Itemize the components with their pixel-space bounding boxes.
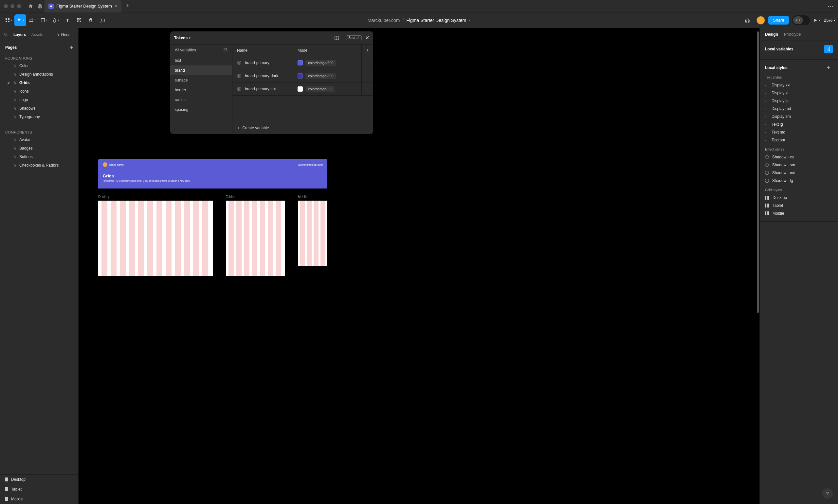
grid-icon — [765, 203, 769, 208]
var-row[interactable]: brand-primary color/indigo/600 — [232, 56, 373, 69]
overflow-menu-icon[interactable]: ⋯ — [827, 3, 834, 10]
text-style-item[interactable]: ▸Display md — [765, 105, 833, 112]
add-style-icon[interactable]: + — [824, 64, 833, 72]
present-button[interactable]: ▾ — [813, 18, 821, 22]
var-cat-surface[interactable]: surface — [170, 75, 232, 85]
text-style-item[interactable]: ▸Display lg — [765, 97, 833, 105]
file-tab[interactable]: Figma Starter Design System × — [44, 0, 122, 13]
text-style-item[interactable]: ▸Text md — [765, 128, 833, 136]
beta-badge[interactable]: Beta — [346, 35, 362, 40]
page-item-icons[interactable]: ↳Icons — [0, 87, 78, 95]
canvas-scrollbar[interactable] — [757, 32, 759, 501]
artboard-grids[interactable]: Brand name www.marckuiper.com Grids Hit … — [98, 159, 327, 276]
search-icon[interactable] — [4, 32, 8, 37]
page-item-logo[interactable]: ↳Logo — [0, 95, 78, 104]
grid-style-item[interactable]: Mobile — [765, 210, 833, 217]
breadcrumb-file[interactable]: Figma Starter Design System — [406, 18, 466, 23]
globe-icon[interactable] — [35, 2, 44, 11]
svg-point-18 — [829, 48, 830, 48]
frame-desktop[interactable]: Desktop — [98, 195, 213, 276]
sidebar-toggle-icon[interactable] — [334, 35, 339, 40]
page-item-avatar[interactable]: ↳Avatar — [0, 136, 78, 144]
layer-mobile[interactable]: Mobile — [0, 494, 78, 504]
var-row[interactable]: brand-primary-dark color/indigo/800 — [232, 69, 373, 83]
prototype-tab[interactable]: Prototype — [784, 32, 801, 37]
help-button[interactable]: ? — [822, 488, 833, 499]
page-item-typography[interactable]: ↳Typography — [0, 112, 78, 121]
layer-tablet[interactable]: Tablet — [0, 484, 78, 494]
canvas[interactable]: Tokens ▾ Beta ✕ — [78, 28, 760, 504]
local-styles-title: Local styles — [765, 66, 788, 70]
text-style-item[interactable]: ▸Display sm — [765, 112, 833, 121]
grid-style-item[interactable]: Tablet — [765, 202, 833, 210]
resources-tool[interactable] — [73, 14, 85, 26]
add-mode-icon[interactable]: + — [361, 44, 373, 56]
var-cat-brand[interactable]: brand — [170, 66, 232, 75]
page-item-buttons[interactable]: ↳Buttons — [0, 152, 78, 161]
text-style-item[interactable]: ▸Text sm — [765, 136, 833, 144]
pen-tool[interactable]: ▾ — [50, 14, 61, 26]
grid-style-item[interactable]: Desktop — [765, 194, 833, 202]
shape-tool[interactable]: ▾ — [38, 14, 50, 26]
text-styles-head: Text styles — [765, 75, 833, 79]
comment-tool[interactable] — [97, 14, 109, 26]
assets-tab[interactable]: Assets — [32, 32, 43, 37]
text-style-item[interactable]: ▸Display xl — [765, 89, 833, 97]
variables-settings-icon[interactable] — [824, 45, 833, 53]
var-cat-spacing[interactable]: spacing — [170, 105, 232, 114]
page-crumb[interactable]: ↳ Grids ⌃ — [57, 32, 74, 37]
var-row[interactable]: brand-primary-tint color/indigo/50 — [232, 83, 373, 95]
breadcrumb: Marckuiper.com / Figma Starter Design Sy… — [368, 18, 471, 23]
add-page-icon[interactable]: + — [70, 44, 73, 50]
page-item-shadows[interactable]: ↳Shadows — [0, 104, 78, 112]
variables-panel-title[interactable]: Tokens ▾ — [174, 36, 191, 40]
close-tab-icon[interactable]: × — [114, 3, 118, 9]
text-style-item[interactable]: ▸Display xxl — [765, 81, 833, 89]
chevron-down-icon[interactable]: ▾ — [469, 18, 470, 22]
close-icon[interactable]: ✕ — [365, 35, 369, 41]
zoom-control[interactable]: 25% ▾ — [824, 18, 835, 22]
move-tool[interactable]: ▾ — [14, 14, 26, 26]
page-item-grids[interactable]: ✓↳Grids — [0, 78, 78, 87]
new-tab-button[interactable]: + — [123, 3, 132, 10]
color-swatch — [298, 86, 303, 92]
frame-mobile[interactable]: Mobile — [298, 195, 327, 276]
svg-rect-11 — [335, 36, 339, 40]
effect-style-item[interactable]: Shadow - lg — [765, 177, 833, 184]
home-icon[interactable] — [26, 2, 35, 11]
page-item-badges[interactable]: ↳Badges — [0, 144, 78, 152]
var-cat-border[interactable]: border — [170, 85, 232, 95]
effect-style-item[interactable]: Shadow - xs — [765, 153, 833, 161]
effect-style-item[interactable]: Shadow - md — [765, 169, 833, 177]
alias-chip[interactable]: color/indigo/50 — [305, 86, 334, 92]
text-tool[interactable] — [61, 14, 73, 26]
text-style-item[interactable]: ▸Text lg — [765, 121, 833, 128]
frame-tablet[interactable]: Tablet — [226, 195, 285, 276]
avatar[interactable] — [756, 16, 765, 24]
main-menu-icon[interactable]: ▾ — [3, 14, 14, 26]
page-item-checkboxes[interactable]: ↳Checkboxes & Radio's — [0, 161, 78, 169]
breadcrumb-team[interactable]: Marckuiper.com — [368, 18, 400, 23]
var-cat-radius[interactable]: radius — [170, 95, 232, 105]
layers-tab[interactable]: Layers — [14, 32, 26, 37]
design-tab[interactable]: Design — [765, 32, 778, 37]
share-button[interactable]: Share — [768, 16, 789, 24]
dev-mode-toggle[interactable] — [792, 15, 810, 25]
color-swatch — [298, 60, 303, 66]
effect-style-item[interactable]: Shadow - sm — [765, 161, 833, 169]
zoom-value: 25% — [824, 18, 833, 22]
hand-tool[interactable] — [85, 14, 97, 26]
window-controls[interactable] — [4, 4, 21, 8]
svg-point-10 — [4, 33, 7, 36]
layer-desktop[interactable]: Desktop — [0, 474, 78, 484]
var-cat-text[interactable]: text — [170, 56, 232, 66]
alias-chip[interactable]: color/indigo/800 — [305, 73, 336, 79]
headphones-icon[interactable] — [742, 14, 753, 26]
alias-chip[interactable]: color/indigo/600 — [305, 60, 336, 66]
page-item-design-annotations[interactable]: ↳Design annotations — [0, 70, 78, 78]
frame-tool[interactable]: ▾ — [26, 14, 38, 26]
all-variables-row[interactable]: All variables 25 — [170, 44, 232, 56]
svg-point-14 — [238, 74, 241, 77]
create-variable-button[interactable]: + Create variable — [232, 122, 373, 134]
page-item-color[interactable]: ↳Color — [0, 61, 78, 70]
